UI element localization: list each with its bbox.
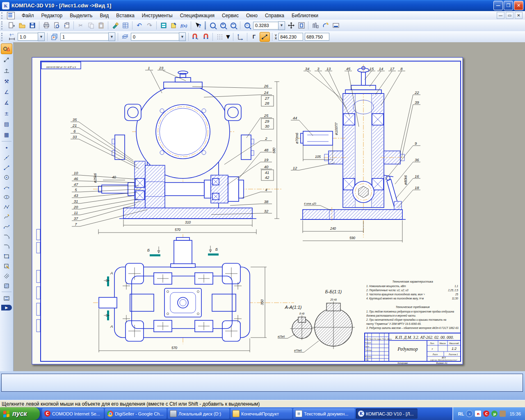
menu-grip[interactable] [1, 12, 5, 19]
restore-button[interactable]: ❐ [504, 1, 513, 10]
fillet-tool[interactable] [1, 242, 12, 251]
panel-collapse-arrow[interactable]: ▶ [1, 305, 12, 310]
taskbar-item-kompas[interactable]: K КОМПАС-3D V10 - [Л... [356, 409, 418, 419]
text-input-tool[interactable] [1, 294, 12, 303]
parametrization-mode-button[interactable]: ∠ [1, 87, 12, 97]
mdi-restore-button[interactable]: ▭ [506, 12, 514, 19]
geometry-mode-button[interactable] [1, 43, 12, 54]
coord-x-field[interactable]: 689.750 [305, 33, 329, 41]
step-value[interactable]: 1.0 [18, 33, 38, 41]
taskbar-item-chrome[interactable]: DigiSeller - Google Ch... [105, 409, 167, 419]
property-bar-panel[interactable] [1, 374, 523, 392]
state-bar-grip[interactable] [1, 33, 5, 41]
grid-button[interactable] [215, 32, 224, 41]
hatch-tool[interactable] [1, 281, 12, 290]
view-combo[interactable]: 1 ▼ [60, 32, 115, 41]
auxiliary-line-tool[interactable] [1, 153, 12, 162]
pan-button[interactable] [286, 21, 296, 30]
print-button[interactable] [41, 21, 51, 30]
show-page-button[interactable] [331, 21, 340, 30]
selection-mode-button[interactable]: ± [1, 108, 12, 118]
point-tool[interactable]: • [1, 143, 12, 152]
taskbar-item-local-disk[interactable]: Локальный диск (D:) [168, 409, 229, 419]
mdi-minimize-button[interactable]: — [497, 12, 504, 19]
reports-mode-button[interactable]: ▦ [1, 130, 12, 139]
arc-tool[interactable] [1, 183, 12, 192]
drawing-sheet[interactable]: К.П. Д.М. 3.2. АТ-262.02.00.000 [32, 57, 463, 365]
bezier-tool[interactable] [1, 222, 12, 231]
measure-mode-button[interactable]: ∡ [1, 98, 12, 107]
zoom-out-button[interactable]: − [228, 21, 238, 30]
circle-tool[interactable] [1, 173, 12, 182]
language-indicator[interactable]: RL [458, 411, 464, 416]
fit-page-button[interactable] [297, 21, 306, 30]
specification-button[interactable] [121, 21, 130, 30]
insert-view-button[interactable] [62, 21, 71, 30]
coord-y-field[interactable]: 846.230 [278, 33, 303, 41]
drawing-canvas[interactable]: К.П. Д.М. 3.2. АТ-262.02.00.000 [14, 42, 525, 371]
tray-comodo-icon[interactable]: C [483, 411, 489, 417]
menu-view[interactable]: Вид [96, 12, 113, 19]
menu-libraries[interactable]: Библиотеки [288, 12, 322, 19]
context-help-button[interactable]: ? [193, 21, 203, 30]
print-preview-button[interactable] [52, 21, 61, 30]
start-button[interactable]: пуск [0, 407, 40, 420]
menu-window[interactable]: Окно [242, 12, 261, 19]
toolbar-grip[interactable] [1, 21, 5, 30]
taskbar-item-comodo[interactable]: C COMODO Internet Se... [42, 409, 104, 419]
polyline-tool[interactable] [1, 212, 12, 221]
grid-dropdown[interactable]: ▼ [225, 33, 231, 40]
zoom-area-button[interactable]: ▫ [242, 21, 252, 30]
layer-combo[interactable]: 0 ▼ [131, 32, 186, 41]
minimize-button[interactable]: — [493, 1, 503, 10]
layer-dropdown[interactable]: ▼ [179, 32, 186, 41]
zoom-scale-dropdown[interactable]: ▼ [278, 21, 285, 30]
rectangle-tool[interactable] [1, 251, 12, 260]
document-icon[interactable] [7, 12, 15, 19]
step-dropdown[interactable]: ▼ [38, 32, 45, 41]
dimensions-mode-button[interactable] [1, 55, 12, 65]
fx-button[interactable]: f(x) [179, 21, 189, 30]
copy-button[interactable] [86, 21, 96, 30]
open-document-button[interactable] [17, 21, 27, 30]
step-combo[interactable]: 1.0 ▼ [18, 32, 45, 41]
continuous-input-tool[interactable] [1, 202, 12, 211]
variables-button[interactable] [169, 21, 178, 30]
rebuild-button[interactable] [310, 21, 320, 30]
segment-tool[interactable] [1, 163, 12, 172]
tray-utorrent-icon[interactable]: µ [491, 411, 498, 417]
view-dropdown[interactable]: ▼ [108, 32, 115, 41]
ellipse-tool[interactable] [1, 192, 12, 201]
close-button[interactable]: ✕ [514, 1, 523, 10]
window-manager-button[interactable] [159, 21, 168, 30]
menu-tools[interactable]: Инструменты [138, 12, 176, 19]
refresh-image-button[interactable] [321, 21, 330, 30]
title-bar[interactable]: K КОМПАС-3D V10 - [Лист1.cdw ->Вид 1] — … [0, 0, 525, 11]
cut-button[interactable]: ✂ [76, 21, 85, 30]
mdi-close-button[interactable]: ✕ [515, 12, 523, 19]
local-cs-button[interactable] [235, 32, 245, 41]
snap-toggle-button[interactable] [201, 32, 210, 41]
paste-button[interactable] [96, 21, 106, 30]
save-button[interactable] [27, 21, 37, 30]
tray-chevron-icon[interactable]: ‹ [466, 410, 473, 417]
menu-editor[interactable]: Редактор [38, 12, 66, 19]
view-value[interactable]: 1 [60, 33, 108, 41]
redo-button[interactable]: ↷ [145, 21, 154, 30]
ortho-button[interactable]: Г [249, 32, 259, 41]
menu-help[interactable]: Справка [261, 12, 288, 19]
menu-service[interactable]: Сервис [218, 12, 242, 19]
menu-select[interactable]: Выделить [66, 12, 96, 19]
zoom-scale-value[interactable]: 0.3283 [253, 22, 278, 30]
roundoff-button[interactable] [260, 32, 270, 42]
clock[interactable]: 15:36 [509, 411, 521, 416]
spec-mode-button[interactable]: ▤ [1, 119, 12, 129]
snap-setup-button[interactable] [191, 32, 200, 41]
tray-app-icon-1[interactable]: n [475, 411, 481, 417]
zoom-select-button[interactable] [208, 21, 217, 30]
chamfer-tool[interactable] [1, 232, 12, 241]
menu-file[interactable]: Файл [18, 12, 38, 19]
new-document-button[interactable] [7, 21, 16, 30]
undo-button[interactable]: ↶ [135, 21, 144, 30]
copy-properties-button[interactable] [110, 21, 120, 30]
